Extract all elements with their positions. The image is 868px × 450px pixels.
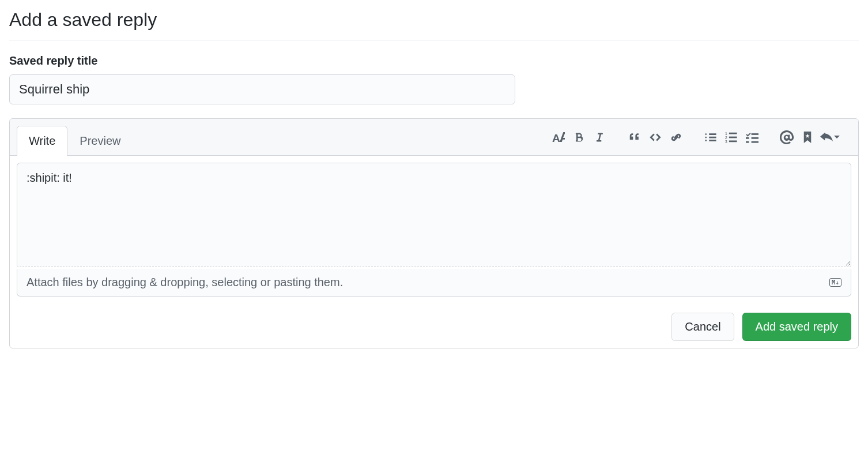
title-label: Saved reply title	[9, 54, 859, 68]
saved-reply-reference-icon[interactable]	[799, 129, 816, 145]
svg-rect-10	[746, 137, 749, 139]
tab-preview[interactable]: Preview	[67, 126, 133, 156]
tabs-row: Write Preview AA	[10, 119, 858, 156]
tab-write[interactable]: Write	[17, 126, 67, 156]
attach-hint: Attach files by dragging & dropping, sel…	[27, 276, 343, 289]
italic-icon[interactable]	[592, 129, 608, 145]
svg-rect-9	[752, 137, 758, 139]
quote-icon[interactable]	[627, 129, 643, 145]
svg-text:A: A	[559, 131, 565, 144]
mention-icon[interactable]	[779, 129, 795, 145]
heading-icon[interactable]: AA	[550, 129, 567, 145]
formatting-toolbar: AA	[544, 129, 851, 152]
editor-box: Write Preview AA	[9, 118, 859, 348]
ordered-list-icon[interactable]: 123	[723, 129, 739, 145]
svg-rect-8	[752, 133, 758, 135]
svg-rect-6	[729, 136, 737, 138]
markdown-icon[interactable]: M↓	[829, 278, 841, 287]
code-icon[interactable]	[647, 129, 663, 145]
actions-row: Cancel Add saved reply	[10, 313, 858, 348]
reply-arrow-dropdown[interactable]	[820, 131, 840, 144]
svg-rect-5	[729, 132, 737, 134]
cancel-button[interactable]: Cancel	[671, 313, 734, 341]
svg-rect-7	[729, 140, 737, 142]
attach-bar[interactable]: Attach files by dragging & dropping, sel…	[17, 269, 851, 297]
task-list-icon[interactable]	[744, 129, 760, 145]
svg-text:3: 3	[725, 139, 727, 143]
svg-rect-12	[746, 141, 749, 142]
svg-rect-11	[752, 141, 758, 142]
add-saved-reply-button[interactable]: Add saved reply	[742, 313, 851, 341]
unordered-list-icon[interactable]	[703, 129, 719, 145]
link-icon[interactable]	[668, 129, 684, 145]
bold-icon[interactable]	[571, 129, 587, 145]
title-input[interactable]	[9, 74, 515, 104]
dropdown-caret-icon	[834, 136, 840, 138]
body-textarea[interactable]	[17, 163, 851, 267]
page-title: Add a saved reply	[9, 9, 859, 40]
